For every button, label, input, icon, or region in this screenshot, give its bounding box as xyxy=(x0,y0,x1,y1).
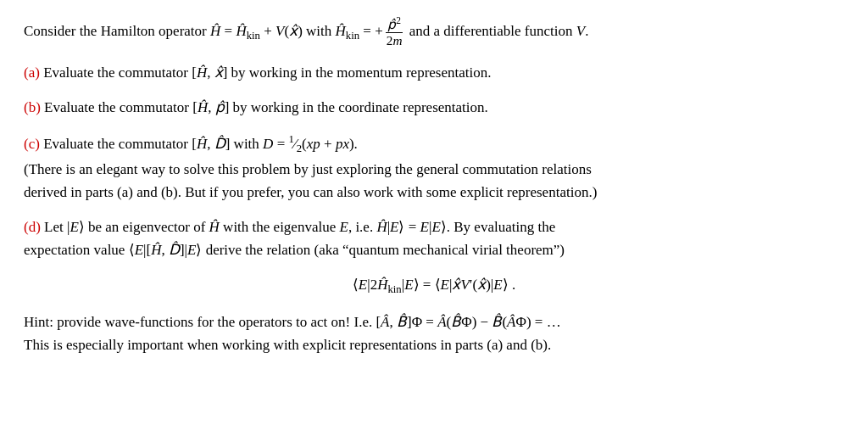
intro-text: Consider the Hamilton operator Ĥ = Ĥkin … xyxy=(24,23,588,39)
equation-text: ⟨E|2Ĥkin|E⟩ = ⟨E|x̂V′(x̂)|E⟩ . xyxy=(353,277,515,293)
and-2: and xyxy=(136,184,158,200)
page-content: Consider the Hamilton operator Ĥ = Ĥkin … xyxy=(24,15,844,357)
part-b-label: (b) xyxy=(24,99,41,115)
and-3: and xyxy=(506,337,527,353)
part-b-paragraph: (b) Evaluate the commutator [Ĥ, p̂] by w… xyxy=(24,96,844,119)
part-a-label: (a) xyxy=(24,64,40,81)
intro-paragraph: Consider the Hamilton operator Ĥ = Ĥkin … xyxy=(24,15,844,49)
part-a-paragraph: (a) Evaluate the commutator [Ĥ, x̂] by w… xyxy=(24,61,844,84)
part-c-note: (There is an elegant way to solve this p… xyxy=(24,161,597,200)
part-b-text: Evaluate the commutator [Ĥ, p̂] by worki… xyxy=(44,99,488,115)
part-c-text: Evaluate the commutator [Ĥ, D̂] with D =… xyxy=(43,136,358,152)
part-d-text: Let |E⟩ be an eigenvector of Ĥ with the … xyxy=(24,219,565,258)
part-d-paragraph: (d) Let |E⟩ be an eigenvector of Ĥ with … xyxy=(24,215,844,261)
hint-paragraph: Hint: provide wave-functions for the ope… xyxy=(24,311,844,356)
part-d-label: (d) xyxy=(24,219,41,235)
hint-text: provide wave-functions for the operators… xyxy=(57,314,560,330)
part-c-paragraph: (c) Evaluate the commutator [Ĥ, D̂] with… xyxy=(24,131,844,204)
hint-text2: This is especially important when workin… xyxy=(24,337,551,353)
virial-equation: ⟨E|2Ĥkin|E⟩ = ⟨E|x̂V′(x̂)|E⟩ . xyxy=(24,273,844,299)
hint-label: Hint: xyxy=(24,314,53,330)
and-1: and xyxy=(409,23,431,39)
part-c-label: (c) xyxy=(24,136,40,152)
part-a-text: Evaluate the commutator [Ĥ, x̂] by worki… xyxy=(43,64,491,81)
